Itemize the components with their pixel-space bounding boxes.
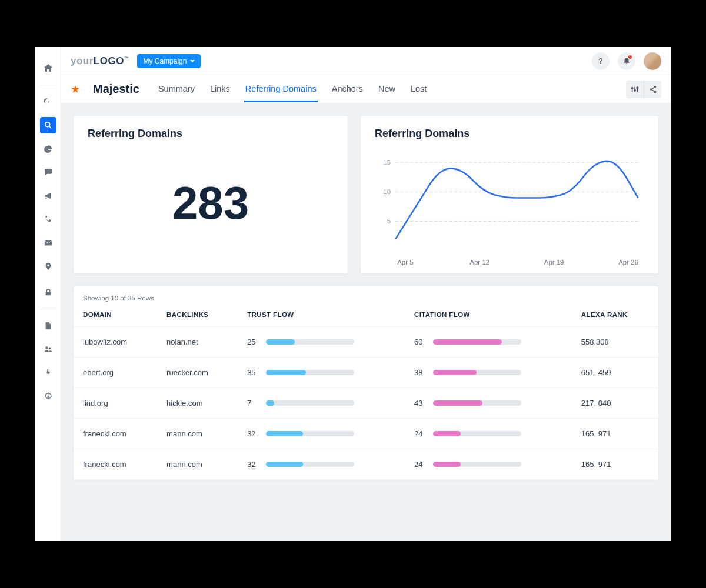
cell-trust-flow: 25 bbox=[238, 327, 405, 358]
cell-domain: lind.org bbox=[74, 388, 157, 419]
svg-text:Apr 12: Apr 12 bbox=[470, 259, 490, 266]
topbar: yourLOGO™ My Campaign ? bbox=[61, 47, 671, 75]
svg-line-17 bbox=[652, 89, 654, 91]
tab-new[interactable]: New bbox=[377, 76, 397, 102]
column-header[interactable]: BACKLINKS bbox=[157, 305, 238, 327]
logo-tm: ™ bbox=[124, 56, 129, 61]
chart-card-referring-domains: Referring Domains 51015Apr 5Apr 12Apr 19… bbox=[360, 115, 659, 274]
cell-citation-flow: 24 bbox=[405, 449, 572, 480]
svg-text:Apr 5: Apr 5 bbox=[397, 259, 413, 266]
cell-domain: lubowitz.com bbox=[74, 327, 157, 358]
chart-area: 51015Apr 5Apr 12Apr 19Apr 26 bbox=[375, 145, 644, 269]
cell-backlinks: ruecker.com bbox=[157, 358, 238, 388]
svg-line-16 bbox=[652, 87, 654, 89]
notifications-button[interactable] bbox=[618, 52, 635, 70]
megaphone-icon[interactable] bbox=[40, 188, 56, 204]
mail-icon[interactable] bbox=[40, 235, 56, 251]
main-area: yourLOGO™ My Campaign ? ★ Majestic Summa… bbox=[61, 47, 671, 541]
svg-text:15: 15 bbox=[383, 159, 391, 166]
app-window: yourLOGO™ My Campaign ? ★ Majestic Summa… bbox=[35, 47, 671, 541]
svg-point-12 bbox=[637, 87, 638, 89]
table-row: franecki.commann.com3224165, 971 bbox=[74, 449, 658, 480]
tabbar-actions bbox=[626, 81, 661, 98]
table-meta: Showing 10 of 35 Rows bbox=[74, 286, 658, 305]
svg-point-6 bbox=[47, 395, 49, 397]
help-button[interactable]: ? bbox=[592, 52, 610, 70]
campaign-dropdown[interactable]: My Campaign bbox=[137, 54, 201, 68]
domains-table-card: Showing 10 of 35 Rows DOMAINBACKLINKSTRU… bbox=[73, 286, 659, 480]
lock-icon[interactable] bbox=[40, 284, 56, 300]
cell-domain: franecki.com bbox=[74, 449, 157, 480]
plug-icon[interactable] bbox=[40, 365, 56, 381]
campaign-label: My Campaign bbox=[143, 57, 187, 65]
kpi-card-referring-domains: Referring Domains 283 bbox=[73, 115, 348, 274]
sliders-button[interactable] bbox=[626, 81, 644, 98]
svg-point-14 bbox=[650, 88, 652, 91]
share-button[interactable] bbox=[644, 81, 661, 98]
svg-rect-2 bbox=[44, 240, 51, 246]
kpi-title: Referring Domains bbox=[88, 128, 334, 140]
svg-text:Apr 26: Apr 26 bbox=[618, 259, 638, 266]
cell-backlinks: nolan.net bbox=[157, 327, 238, 358]
cell-citation-flow: 60 bbox=[405, 327, 572, 358]
svg-point-13 bbox=[654, 85, 656, 88]
column-header[interactable]: ALEXA RANK bbox=[572, 305, 658, 327]
column-header[interactable]: TRUST FLOW bbox=[238, 305, 405, 327]
cell-trust-flow: 32 bbox=[238, 419, 405, 449]
share-icon bbox=[649, 85, 657, 93]
star-icon: ★ bbox=[71, 83, 80, 96]
sidebar-divider bbox=[40, 309, 56, 309]
users-icon[interactable] bbox=[40, 341, 56, 358]
sidebar bbox=[35, 47, 61, 541]
chat-icon[interactable] bbox=[40, 164, 56, 181]
search-icon[interactable] bbox=[40, 117, 56, 133]
settings-icon[interactable] bbox=[40, 388, 56, 405]
column-header[interactable]: CITATION FLOW bbox=[405, 305, 572, 327]
cell-backlinks: mann.com bbox=[157, 419, 238, 449]
svg-text:10: 10 bbox=[383, 188, 391, 195]
svg-point-11 bbox=[634, 89, 636, 91]
logo-main: LOGO bbox=[94, 55, 124, 66]
cell-alexa-rank: 558,308 bbox=[572, 327, 658, 358]
tab-summary[interactable]: Summary bbox=[157, 76, 196, 102]
location-icon[interactable] bbox=[40, 258, 56, 275]
cell-trust-flow: 35 bbox=[238, 358, 405, 388]
svg-text:5: 5 bbox=[387, 217, 391, 224]
home-icon[interactable] bbox=[40, 60, 56, 76]
dashboard-icon[interactable] bbox=[40, 93, 56, 110]
chart-title: Referring Domains bbox=[375, 128, 644, 140]
table-row: franecki.commann.com3224165, 971 bbox=[74, 419, 658, 449]
cell-trust-flow: 7 bbox=[238, 388, 405, 419]
sidebar-divider bbox=[40, 85, 56, 85]
svg-line-1 bbox=[49, 126, 51, 129]
svg-point-4 bbox=[45, 346, 48, 349]
kpi-value: 283 bbox=[88, 145, 334, 262]
cell-alexa-rank: 165, 971 bbox=[572, 419, 658, 449]
table-row: lubowitz.comnolan.net2560558,308 bbox=[74, 327, 658, 358]
tab-lost[interactable]: Lost bbox=[409, 76, 428, 102]
cell-domain: ebert.org bbox=[74, 358, 157, 388]
svg-rect-3 bbox=[45, 292, 51, 295]
cell-alexa-rank: 651, 459 bbox=[572, 358, 658, 388]
cell-alexa-rank: 165, 971 bbox=[572, 449, 658, 480]
table-row: ebert.orgruecker.com3538651, 459 bbox=[74, 358, 658, 388]
cell-trust-flow: 32 bbox=[238, 449, 405, 480]
column-header[interactable]: DOMAIN bbox=[74, 305, 157, 327]
phone-icon[interactable] bbox=[40, 211, 56, 228]
tab-referring-domains[interactable]: Referring Domains bbox=[244, 76, 318, 102]
user-avatar[interactable] bbox=[644, 52, 661, 70]
cell-citation-flow: 43 bbox=[405, 388, 572, 419]
sliders-icon bbox=[631, 85, 639, 93]
document-icon[interactable] bbox=[40, 318, 56, 334]
logo: yourLOGO™ bbox=[71, 55, 129, 67]
notification-dot-icon bbox=[628, 55, 632, 59]
help-icon: ? bbox=[598, 56, 603, 65]
pie-chart-icon[interactable] bbox=[40, 141, 56, 157]
cell-alexa-rank: 217, 040 bbox=[572, 388, 658, 419]
tab-anchors[interactable]: Anchors bbox=[331, 76, 364, 102]
table-row: lind.orghickle.com743217, 040 bbox=[74, 388, 658, 419]
svg-point-5 bbox=[48, 348, 51, 350]
svg-point-15 bbox=[654, 91, 656, 93]
tab-links[interactable]: Links bbox=[209, 76, 231, 102]
svg-point-0 bbox=[45, 122, 49, 127]
